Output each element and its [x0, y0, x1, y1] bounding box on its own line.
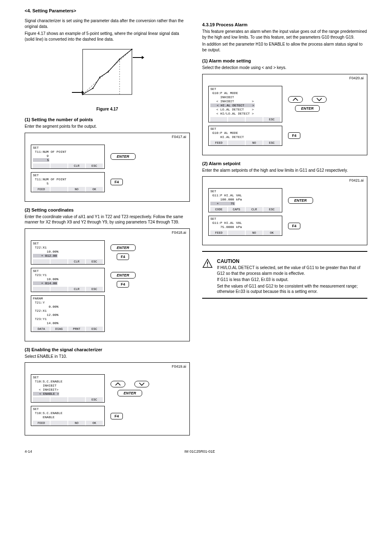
intro-p2: Figure 4.17 shows an example of 5-point …: [25, 31, 190, 42]
enter-button[interactable]: ENTER: [111, 272, 136, 279]
svg-marker-12: [142, 56, 144, 59]
page-title: <4. Setting Parameters>: [25, 8, 367, 13]
svg-point-6: [108, 71, 109, 73]
svg-point-4: [92, 88, 94, 89]
lcd-g10-select: SET G10:P AL MODE INHIBIT < INHIBIT > < …: [208, 86, 282, 122]
f4-button[interactable]: F4: [117, 253, 129, 260]
softkey-esc[interactable]: ESC: [86, 287, 103, 292]
down-arrow-button[interactable]: [312, 96, 327, 103]
figure-ref: F0421.ai: [349, 178, 364, 182]
process-alarm-p2: In addition set the parameter H10 to ENA…: [202, 41, 367, 53]
enter-button[interactable]: ENTER: [111, 153, 136, 160]
lcd-t11-input: SET T11:NUM OF POINT 9 5 CLR ESC: [31, 145, 105, 169]
softkey-esc[interactable]: ESC: [86, 259, 103, 264]
softkey-feed[interactable]: FEED: [210, 140, 227, 145]
figure-4-17: [70, 45, 144, 104]
sec-num-points-p: Enter the segment points for the output.: [25, 124, 190, 129]
lcd-t23: SET T23:Y1 10.00% + 014.00 CLR ESC: [31, 268, 105, 292]
softkey-clr[interactable]: CLR: [246, 207, 263, 212]
sec-enable-p: Select ENABLE in T10.: [25, 354, 190, 359]
sec-num-points-title: (1) Setting the number of points: [25, 117, 190, 122]
softkey-diag[interactable]: DIAG: [51, 327, 67, 332]
sec-process-alarm-title: 4.3.19 Process Alarm: [202, 22, 367, 27]
softkey-esc[interactable]: ESC: [86, 397, 103, 402]
svg-point-5: [99, 77, 101, 78]
alarm-mode-p: Select the detection mode using < and > …: [202, 65, 367, 71]
down-arrow-button[interactable]: [134, 381, 149, 387]
softkey-esc[interactable]: ESC: [263, 117, 280, 122]
alarm-setpoint-p: Enter the alarm setpoints of the high an…: [202, 168, 367, 173]
step-num-points: F0417.ai SET T11:NUM OF POINT 9 5 CLR ES…: [25, 133, 190, 202]
svg-point-8: [131, 49, 133, 50]
svg-line-1: [83, 49, 132, 94]
enter-button[interactable]: ENTER: [111, 244, 136, 251]
enter-button[interactable]: ENTER: [288, 197, 313, 204]
softkey-blank[interactable]: [33, 164, 50, 168]
softkey-caps[interactable]: CAPS: [228, 207, 245, 212]
softkey-feed[interactable]: FEED: [210, 230, 227, 235]
softkey-data[interactable]: DATA: [33, 327, 50, 332]
sec-coords-title: (2) Setting coordinates: [25, 207, 190, 212]
figure-ref: F0417.ai: [172, 135, 186, 139]
step-alarm-setpoint: F0421.ai SET G11:P HI.AL VAL 100.000 kPa…: [202, 176, 367, 245]
f4-button[interactable]: F4: [111, 413, 123, 419]
figure-ref: F0419.ai: [172, 364, 186, 368]
softkey-no[interactable]: NO: [68, 187, 85, 192]
softkey-esc[interactable]: ESC: [263, 140, 280, 145]
sec-coords-p: Enter the coordinate value of aX1 and Y1…: [25, 214, 190, 225]
step-coords: F0418.ai SET T22:X1 10.00% + 012.00 CLR …: [25, 228, 190, 341]
process-alarm-p1: This feature generates an alarm when the…: [202, 29, 367, 40]
softkey-ok[interactable]: OK: [86, 187, 103, 192]
up-arrow-button[interactable]: [111, 381, 125, 387]
lcd-param-summary: PARAM T21:Y 0.00% T22:X1 12.00% T23:Y1 1…: [31, 295, 105, 332]
softkey-no[interactable]: NO: [246, 230, 263, 235]
svg-point-15: [207, 265, 208, 266]
softkey-feed[interactable]: FEED: [33, 187, 50, 192]
softkey-clr[interactable]: CLR: [68, 287, 85, 292]
sec-enable-title: (3) Enabling the signal characterizer: [25, 347, 190, 352]
intro-p1: Signal characterizer is set using the pa…: [25, 18, 190, 29]
softkey-prnt[interactable]: PRNT: [68, 327, 85, 332]
softkey-ok[interactable]: OK: [263, 230, 280, 235]
enter-button[interactable]: ENTER: [118, 390, 143, 396]
step-alarm-mode: F0420.ai SET G10:P AL MODE INHIBIT < INH…: [202, 74, 367, 155]
figure-ref: F0420.ai: [349, 76, 364, 80]
lcd-t10-select: SET T10:S.C.ENABLE INHIBIT < INHIBIT> < …: [31, 374, 105, 403]
softkey-feed[interactable]: FEED: [33, 421, 50, 426]
f4-button[interactable]: F4: [111, 179, 123, 185]
enter-button[interactable]: ENTER: [295, 105, 320, 112]
page-footer: 4-14 IM 01C25R01-01E: [25, 449, 367, 454]
up-arrow-button[interactable]: [288, 96, 303, 103]
softkey-esc[interactable]: ESC: [86, 164, 103, 168]
f4-button[interactable]: F4: [288, 132, 300, 139]
figure-caption: Figure 4.17: [25, 107, 190, 111]
f4-button[interactable]: F4: [288, 223, 300, 229]
caution-p1: If HI/LO.AL DETECT is selected, set the …: [217, 265, 367, 276]
caution-p2: If G11 is less than G12, Er.03 is output…: [217, 277, 367, 283]
doc-id: IM 01C25R01-01E: [184, 449, 215, 454]
step-enable: F0419.ai SET T10:S.C.ENABLE INHIBIT < IN…: [25, 362, 190, 435]
lcd-g10-confirm: SET G10:P AL MODE HI.AL DETECT FEED NO E…: [208, 126, 282, 146]
svg-point-3: [82, 94, 83, 95]
softkey-esc[interactable]: ESC: [86, 327, 103, 332]
softkey-clr[interactable]: CLR: [68, 259, 85, 264]
lcd-t22: SET T22:X1 10.00% + 012.00 CLR ESC: [31, 240, 105, 265]
softkey-esc[interactable]: ESC: [263, 207, 280, 212]
lcd-t10-confirm: SET T10:S.C.ENABLE ENABLE FEED NO OK: [31, 406, 105, 426]
softkey-code[interactable]: CODE: [210, 207, 227, 212]
softkey-ok[interactable]: OK: [86, 421, 103, 426]
softkey-no[interactable]: NO: [246, 140, 263, 145]
caution-box: CAUTION If HI/LO.AL DETECT is selected, …: [202, 251, 367, 299]
page-number: 4-14: [25, 449, 32, 454]
caution-title: CAUTION: [217, 258, 367, 264]
softkey-clr[interactable]: CLR: [68, 164, 85, 168]
softkey-no[interactable]: NO: [68, 421, 85, 426]
sec-alarm-mode-title: (1) Alarm mode setting: [202, 58, 367, 63]
softkey-blank[interactable]: [51, 187, 67, 192]
sec-alarm-setpoint-title: (2) Alarm setpoint: [202, 161, 367, 166]
figure-ref: F0418.ai: [172, 230, 186, 235]
softkey-blank[interactable]: [51, 164, 67, 168]
caution-icon: [202, 258, 213, 268]
f4-button[interactable]: F4: [117, 281, 129, 288]
lcd-t11-confirm: SET T11:NUM OF POINT 5 FEED NO OK: [31, 172, 105, 192]
